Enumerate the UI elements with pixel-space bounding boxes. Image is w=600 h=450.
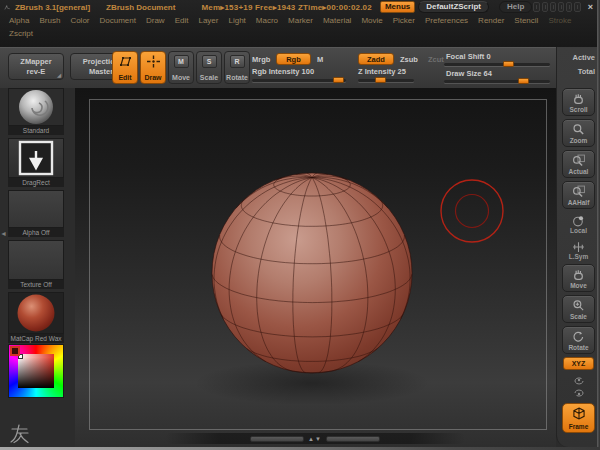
menu-item-preferences[interactable]: Preferences — [425, 16, 468, 25]
menu-item-macro[interactable]: Macro — [256, 16, 278, 25]
menu-item-layer[interactable]: Layer — [198, 16, 218, 25]
zoom-button[interactable]: Zoom — [562, 119, 595, 147]
rgb-intensity-slider[interactable] — [252, 79, 346, 82]
menu-item-render[interactable]: Render — [478, 16, 504, 25]
zsub-toggle[interactable]: Zsub — [400, 55, 418, 64]
hand-icon — [572, 92, 585, 105]
actual-button[interactable]: Actual — [562, 150, 595, 178]
menu-item-document[interactable]: Document — [100, 16, 136, 25]
color-picker-sv-square[interactable] — [18, 354, 54, 388]
scroll-up-icon[interactable]: ▲ — [308, 436, 315, 442]
titlebar-icon[interactable] — [550, 2, 556, 12]
m-toggle[interactable]: M — [317, 55, 323, 64]
local-button[interactable]: Local — [562, 212, 595, 236]
zbrush-window: ZBrush 3.1[general] ZBrush Document Mem▸… — [0, 0, 600, 450]
matcap-red-wax-icon — [9, 293, 63, 333]
menu-item-movie[interactable]: Movie — [361, 16, 382, 25]
rgb-toggle[interactable]: Rgb — [276, 53, 311, 65]
menu-item-brush[interactable]: Brush — [39, 16, 60, 25]
scale-key-icon: S — [202, 55, 217, 68]
alpha-name: Alpha Off — [8, 228, 64, 237]
help-button[interactable]: Help — [499, 1, 532, 13]
signature-glyph — [9, 424, 31, 444]
z-intensity-slider[interactable] — [358, 79, 414, 82]
menu-item-stroke[interactable]: Stroke — [548, 16, 571, 25]
slider-handle[interactable] — [518, 78, 529, 84]
title-bar: ZBrush 3.1[general] ZBrush Document Mem▸… — [0, 0, 600, 14]
draw-mode-button[interactable]: Draw — [140, 51, 166, 84]
menu-item-draw[interactable]: Draw — [146, 16, 165, 25]
stroke-name: DragRect — [8, 178, 64, 187]
focal-shift-slider[interactable] — [444, 63, 550, 66]
menu-item-marker[interactable]: Marker — [288, 16, 313, 25]
edit-gizmo-icon — [118, 55, 133, 68]
menu-item-light[interactable]: Light — [228, 16, 245, 25]
slider-handle[interactable] — [375, 77, 386, 83]
dragrect-stroke-icon — [9, 139, 63, 177]
titlebar-icon[interactable] — [542, 2, 548, 12]
menu-item-material[interactable]: Material — [323, 16, 351, 25]
titlebar-icon[interactable] — [558, 2, 564, 12]
rotate-z-icon[interactable] — [572, 388, 586, 400]
titlebar-icon[interactable] — [533, 2, 539, 12]
menu-item-edit[interactable]: Edit — [175, 16, 189, 25]
material-selector[interactable] — [8, 292, 64, 334]
brush-selector[interactable] — [8, 88, 64, 126]
scale-mode-button[interactable]: S Scale — [196, 51, 222, 84]
alpha-selector[interactable] — [8, 190, 64, 228]
top-bar: ZBrush 3.1[general] ZBrush Document Mem▸… — [0, 0, 600, 47]
lsym-button[interactable]: L.Sym — [562, 238, 595, 262]
titlebar-icon[interactable] — [574, 2, 580, 12]
slider-handle[interactable] — [333, 77, 344, 83]
xyz-button[interactable]: XYZ — [563, 357, 594, 370]
zadd-toggle[interactable]: Zadd — [358, 53, 394, 65]
aahalf-button[interactable]: AAHalf — [562, 181, 595, 209]
corner-fold-icon: ◢ — [57, 72, 61, 79]
document-frame — [89, 99, 547, 430]
symmetry-icon — [572, 241, 585, 253]
titlebar-icon[interactable] — [566, 2, 572, 12]
draw-size-slider[interactable] — [444, 80, 550, 83]
document-canvas[interactable]: ▲▼ — [75, 88, 556, 447]
scale-tool-button[interactable]: Scale — [562, 295, 595, 323]
menu-item-stencil[interactable]: Stencil — [514, 16, 538, 25]
menu-item-color[interactable]: Color — [70, 16, 89, 25]
zmapper-button[interactable]: ZMapper rev-E ◢ — [8, 53, 64, 80]
rotate-tool-button[interactable]: Rotate — [562, 326, 595, 354]
rotate-icon — [572, 330, 585, 343]
rotate-key-icon: R — [230, 55, 245, 68]
color-picker[interactable] — [8, 344, 64, 398]
rotate-y-icon[interactable] — [572, 374, 586, 386]
focal-shift-label: Focal Shift 0 — [446, 52, 491, 61]
default-zscript-button[interactable]: DefaultZScript — [418, 1, 489, 13]
frame-button[interactable]: Frame — [562, 403, 595, 433]
panel-collapse-arrow[interactable]: ◄ — [0, 230, 7, 237]
scroll-button[interactable]: Scroll — [562, 88, 595, 116]
edit-mode-button[interactable]: Edit — [112, 51, 138, 84]
magnifier-icon — [572, 123, 585, 136]
texture-selector[interactable] — [8, 240, 64, 280]
canvas-scrollbar[interactable]: ▲▼ — [165, 433, 465, 444]
mrgb-toggle[interactable]: Mrgb — [252, 55, 270, 64]
menu-item-zscript[interactable]: Zscript — [9, 29, 33, 38]
local-pivot-icon — [572, 215, 585, 227]
scroll-down-icon[interactable]: ▼ — [315, 436, 322, 442]
rotate-mode-button[interactable]: R Rotate — [224, 51, 250, 84]
texture-name: Texture Off — [8, 280, 64, 289]
active-points-label: Active — [572, 53, 595, 62]
stroke-selector[interactable] — [8, 138, 64, 178]
draw-size-label: Draw Size 64 — [446, 69, 492, 78]
crosshair-icon — [146, 55, 161, 68]
menu-item-picker[interactable]: Picker — [393, 16, 415, 25]
menu-item-alpha[interactable]: Alpha — [9, 16, 29, 25]
move-tool-button[interactable]: Move — [562, 264, 595, 292]
move-key-icon: M — [174, 55, 189, 68]
menus-toggle-button[interactable]: Menus — [380, 1, 415, 13]
zcut-toggle[interactable]: Zcut — [428, 55, 444, 64]
close-icon[interactable]: × — [588, 3, 593, 11]
scrollbar-track-left[interactable] — [250, 436, 304, 442]
slider-handle[interactable] — [503, 61, 514, 67]
scrollbar-track-right[interactable] — [326, 436, 380, 442]
move-mode-button[interactable]: M Move — [168, 51, 194, 84]
rgb-intensity-label: Rgb Intensity 100 — [252, 67, 314, 76]
